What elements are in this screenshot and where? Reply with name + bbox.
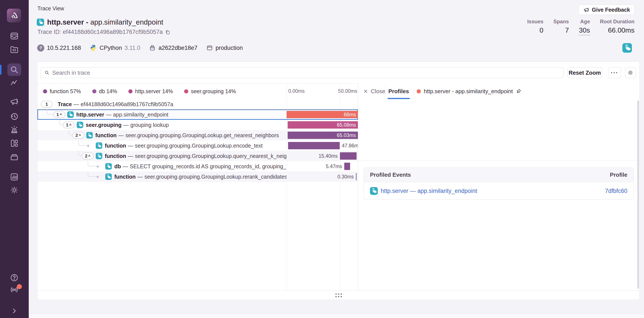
tab-profiles[interactable]: Profiles xyxy=(388,83,409,99)
expand-children-toggle[interactable]: 1^ xyxy=(63,122,74,128)
tree-connector xyxy=(88,171,98,177)
scrollbar[interactable] xyxy=(637,101,639,289)
trace-tree-row[interactable]: 2^ function—seer.grouping.grouping.Group… xyxy=(38,151,358,161)
event-type-icon xyxy=(96,142,102,149)
trace-tree-row[interactable]: function—seer.grouping.grouping.Grouping… xyxy=(38,171,358,182)
event-type-icon xyxy=(622,43,632,53)
trace-tree-row[interactable]: 1^ seer.grouping—grouping lookup65.08ms xyxy=(38,120,358,130)
legend-dot xyxy=(92,89,96,93)
trace-search[interactable] xyxy=(40,67,564,78)
tab-pinned-span[interactable]: http.server - app.similarity_endpoint xyxy=(417,83,522,99)
leaf-connector-dot xyxy=(87,145,89,147)
releases-icon[interactable] xyxy=(10,112,19,121)
explore-icon[interactable] xyxy=(10,45,19,54)
span-duration-bar[interactable] xyxy=(344,163,350,170)
help-icon[interactable] xyxy=(10,273,19,282)
duration-label: 5.47ms xyxy=(286,161,342,171)
close-icon xyxy=(363,89,368,94)
span-duration-bar[interactable] xyxy=(288,142,340,149)
archive-icon[interactable] xyxy=(10,152,19,162)
trace-tree-row[interactable]: 1^ http.server—app.similarity_endpoint66… xyxy=(38,109,358,120)
trace-tree-row[interactable]: function—seer.grouping.grouping.Grouping… xyxy=(38,141,358,151)
span-title: function—seer.grouping.grouping.Grouping… xyxy=(105,141,262,151)
meta-environment[interactable]: production xyxy=(206,44,243,51)
axis-tick-end: 50.00ms xyxy=(286,88,357,94)
copy-icon[interactable] xyxy=(165,29,170,35)
package-icon xyxy=(149,44,156,51)
leaf-connector-dot xyxy=(96,176,99,178)
trace-id: Trace ID: ef44188d60c1496a89b1767cf9b505… xyxy=(38,29,170,35)
close-panel-button[interactable]: Close xyxy=(363,83,385,99)
trace-tree-row[interactable]: 1Trace—ef44188d60c1496a89b1767cf9b5057a xyxy=(38,99,358,109)
search-icon[interactable] xyxy=(9,65,19,75)
legend-seer-grouping[interactable]: seer.grouping 14% xyxy=(184,88,236,95)
duration-label: 66ms xyxy=(344,112,358,118)
user-feedback-icon[interactable] xyxy=(10,97,19,106)
event-type-icon xyxy=(96,153,102,159)
traces-icon[interactable] xyxy=(10,79,19,88)
stat-root-duration: Root Duration66.00ms xyxy=(600,18,634,35)
event-type-icon-slot xyxy=(370,187,378,195)
stats-icon[interactable] xyxy=(10,172,19,182)
reset-zoom-button[interactable]: Reset Zoom xyxy=(568,67,602,78)
legend-dot xyxy=(43,89,47,93)
bottom-drawer[interactable] xyxy=(29,313,644,318)
meta-runtime[interactable]: CPython 3.11.0 xyxy=(90,44,140,52)
gear-icon xyxy=(627,69,634,76)
alerts-icon[interactable] xyxy=(10,125,19,135)
legend-dot xyxy=(128,89,132,93)
event-type-icon-slot xyxy=(37,18,44,26)
profiled-event-row[interactable]: http.server — app.similarity_endpoint 7d… xyxy=(364,182,634,200)
tree-connector xyxy=(69,130,72,135)
legend-function[interactable]: function 57% xyxy=(43,88,81,95)
expand-children-toggle[interactable]: 1^ xyxy=(54,111,65,118)
profiled-events-card: Profiled Events Profile http.server — ap… xyxy=(364,167,634,200)
legend-dot xyxy=(184,89,188,93)
trace-settings-button[interactable] xyxy=(625,67,636,78)
span-duration-bar[interactable]: 65.08ms xyxy=(288,121,358,129)
legend-http-server[interactable]: http.server 14% xyxy=(128,88,173,95)
duration-label: 15.40ms xyxy=(286,151,338,161)
event-type-icon xyxy=(370,187,378,195)
sentry-logo[interactable] xyxy=(7,9,21,22)
sidebar xyxy=(0,0,29,318)
panel-resize-bar[interactable] xyxy=(38,290,640,300)
meta-ip[interactable]: ? 10.5.221.168 xyxy=(37,44,81,52)
issues-icon[interactable] xyxy=(10,31,19,41)
more-options-button[interactable]: ··· xyxy=(608,67,621,78)
collapse-sidebar-icon[interactable] xyxy=(10,307,18,315)
dashboards-icon[interactable] xyxy=(10,139,19,148)
event-meta-row: ? 10.5.221.168 CPython 3.11.0 a2622dbe18… xyxy=(37,44,243,52)
legend-db[interactable]: db 14% xyxy=(92,88,117,95)
search-icon xyxy=(44,70,50,76)
span-duration-bar[interactable] xyxy=(340,152,356,160)
trace-tree-row[interactable]: db—SELECT grouping_records.id AS groupin… xyxy=(38,161,358,171)
span-title: function—seer.grouping.grouping.Grouping… xyxy=(95,130,279,141)
expand-children-toggle[interactable]: 2^ xyxy=(72,132,84,139)
profile-column-header: Profile xyxy=(610,171,627,178)
span-title: http.server—app.similarity_endpoint xyxy=(76,109,168,120)
span-title: seer.grouping—grouping lookup xyxy=(86,120,169,130)
span-title: function—seer.grouping.grouping.Grouping… xyxy=(105,151,286,161)
meta-release[interactable]: a2622dbe18e7 xyxy=(149,44,197,51)
duration-label: 65.08ms xyxy=(337,122,358,128)
pin-icon[interactable] xyxy=(516,88,522,94)
expand-children-toggle[interactable]: 2^ xyxy=(82,153,94,159)
search-in-trace-input[interactable] xyxy=(52,69,560,76)
notification-dot xyxy=(17,284,22,289)
trace-tree-row[interactable]: 2^ function—seer.grouping.grouping.Group… xyxy=(38,130,358,141)
profiled-event-link[interactable]: http.server — app.similarity_endpoint xyxy=(370,187,477,195)
span-duration-bar[interactable] xyxy=(356,173,356,180)
page-title: Trace View xyxy=(38,5,64,12)
event-type-icon xyxy=(105,163,112,169)
expand-children-toggle[interactable]: 1 xyxy=(41,101,52,108)
tree-connector xyxy=(59,120,63,125)
span-duration-bar[interactable]: 65.03ms xyxy=(288,132,358,139)
give-feedback-button[interactable]: Give Feedback xyxy=(578,4,635,15)
span-duration-bar[interactable]: 66ms xyxy=(286,111,358,118)
settings-icon[interactable] xyxy=(10,185,19,195)
profile-id-link[interactable]: 7dfbfc60 xyxy=(605,188,627,194)
event-type-icon xyxy=(86,132,93,139)
drag-handle-icon[interactable] xyxy=(336,294,342,297)
panel-divider[interactable] xyxy=(358,84,358,290)
